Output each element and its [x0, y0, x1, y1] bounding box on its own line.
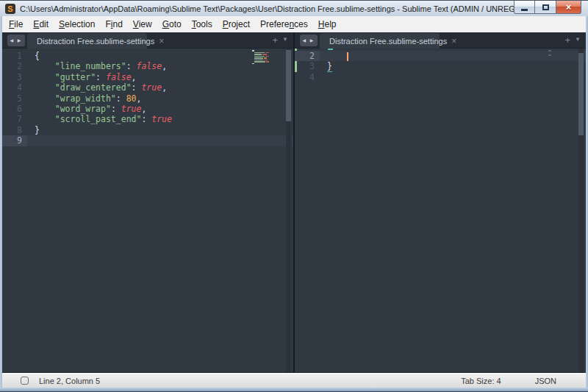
code-line-2: 2 "line_numbers": false,: [2, 61, 293, 71]
code-text[interactable]: "word_wrap": true,: [27, 104, 146, 114]
maximize-icon: [542, 4, 549, 10]
menu-view[interactable]: View: [128, 17, 157, 32]
menu-preferences[interactable]: Preferences: [255, 17, 313, 32]
panel-switcher-icon[interactable]: [21, 377, 29, 385]
tab-prev-icon: ◀: [10, 38, 15, 43]
scrollbar-thumb[interactable]: [578, 53, 584, 135]
maximize-button[interactable]: [535, 1, 556, 14]
code-text[interactable]: "draw_centered": true,: [27, 82, 167, 93]
code-line-1: 1{: [2, 51, 293, 61]
bracket-match-underline: [328, 49, 333, 50]
left-editor[interactable]: 1{2 "line_numbers": false,3 "gutter": fa…: [2, 49, 293, 372]
minimap-row: [252, 56, 269, 57]
code-text[interactable]: "gutter": false,: [27, 72, 137, 82]
minimap-row: [252, 60, 269, 61]
code-line-4: 4 "draw_centered": true,: [2, 82, 293, 93]
minimize-button[interactable]: [514, 1, 535, 14]
new-tab-icon[interactable]: +: [564, 35, 570, 46]
code-line-4: 4: [295, 72, 586, 82]
editor-split-view: ◀ ▶ Distraction Free.sublime-settings × …: [2, 32, 586, 373]
code-text[interactable]: [320, 72, 327, 82]
code-text[interactable]: [320, 51, 348, 61]
scrollbar-thumb[interactable]: [286, 50, 291, 121]
line-number: 8: [2, 125, 27, 135]
window-frame-left: [0, 16, 2, 388]
minimap-row: [252, 57, 269, 59]
title-bar: S C:\Users\Administrator\AppData\Roaming…: [0, 0, 588, 16]
tab-prev-icon: ◀: [303, 38, 308, 43]
line-number: 3: [295, 61, 320, 71]
minimap-row: [252, 50, 269, 51]
code-line-2: 2: [295, 51, 586, 61]
new-tab-icon[interactable]: +: [272, 35, 278, 46]
right-editor[interactable]: 2 3}4: [295, 49, 586, 372]
right-pane: ◀ ▶ Distraction Free.sublime-settings × …: [295, 32, 586, 373]
line-number: 3: [2, 72, 27, 82]
left-tab-bar: ◀ ▶ Distraction Free.sublime-settings × …: [2, 32, 293, 49]
menu-file[interactable]: File: [4, 17, 28, 32]
code-line-9: 9: [2, 135, 293, 146]
code-line-6: 6 "word_wrap": true,: [2, 104, 293, 114]
menu-goto[interactable]: Goto: [157, 17, 187, 32]
minimap-mark: [548, 54, 551, 56]
tab-distraction-free-settings[interactable]: Distraction Free.sublime-settings ×: [320, 33, 440, 49]
window-frame-bottom: [0, 388, 588, 392]
minimize-icon: [521, 9, 528, 11]
minimap[interactable]: [252, 50, 269, 65]
code-text[interactable]: }: [320, 61, 332, 71]
minimap-mark: [548, 50, 551, 51]
tab-close-icon[interactable]: ×: [159, 38, 164, 45]
minimap-row: [252, 54, 269, 55]
tab-label: Distraction Free.sublime-settings: [37, 37, 154, 46]
line-number: 2: [295, 51, 320, 61]
tab-overflow-icon[interactable]: ▼: [575, 36, 581, 43]
minimap-row: [252, 63, 269, 65]
code-text[interactable]: }: [27, 125, 40, 135]
tab-close-icon[interactable]: ×: [451, 38, 456, 45]
window-controls: ×: [514, 1, 581, 14]
tab-next-icon: ▶: [18, 38, 23, 43]
menu-find[interactable]: Find: [100, 17, 127, 32]
tab-label: Distraction Free.sublime-settings: [329, 37, 447, 46]
close-icon: ×: [566, 1, 572, 13]
menu-project[interactable]: Project: [218, 17, 255, 32]
left-pane: ◀ ▶ Distraction Free.sublime-settings × …: [2, 32, 293, 373]
cursor-position-label: Line 2, Column 5: [39, 377, 461, 385]
line-number: 4: [295, 72, 320, 82]
tab-scroll-arrows[interactable]: ◀ ▶: [7, 35, 25, 46]
line-number: 2: [2, 61, 27, 71]
menu-tools[interactable]: Tools: [187, 17, 218, 32]
code-text[interactable]: {: [27, 51, 40, 61]
line-number: 7: [2, 114, 27, 124]
tab-size-indicator[interactable]: Tab Size: 4: [461, 377, 501, 385]
line-number: 1: [2, 51, 27, 61]
code-line-3: 3}: [295, 61, 586, 71]
line-number: 4: [2, 82, 27, 93]
code-line-3: 3 "gutter": false,: [2, 72, 293, 82]
tab-overflow-icon[interactable]: ▼: [282, 36, 288, 43]
code-line-7: 7 "scroll_past_end": true: [2, 114, 293, 124]
tab-next-icon: ▶: [310, 38, 315, 43]
window-title: C:\Users\Administrator\AppData\Roaming\S…: [20, 4, 553, 13]
sublime-logo-icon: S: [5, 4, 15, 14]
tab-scroll-arrows[interactable]: ◀ ▶: [300, 35, 318, 46]
syntax-indicator[interactable]: JSON: [535, 377, 556, 385]
text-cursor: [347, 52, 348, 61]
code-text[interactable]: "line_numbers": false,: [27, 61, 167, 71]
code-line-8: 8}: [2, 125, 293, 135]
status-bar: Line 2, Column 5 Tab Size: 4 JSON: [2, 373, 586, 388]
code-text[interactable]: "wrap_width": 80,: [27, 93, 141, 104]
code-text[interactable]: "scroll_past_end": true: [27, 114, 172, 124]
menu-selection[interactable]: Selection: [54, 17, 100, 32]
menu-bar: FileEditSelectionFindViewGotoToolsProjec…: [2, 16, 586, 32]
code-text[interactable]: [27, 135, 35, 146]
close-button[interactable]: ×: [556, 1, 581, 14]
minimap[interactable]: [548, 50, 551, 59]
menu-edit[interactable]: Edit: [28, 17, 54, 32]
line-number: 6: [2, 104, 27, 114]
tab-distraction-free-settings[interactable]: Distraction Free.sublime-settings ×: [27, 33, 147, 49]
menu-help[interactable]: Help: [313, 17, 342, 32]
sublime-text-window: S C:\Users\Administrator\AppData\Roaming…: [0, 0, 588, 392]
code-line-5: 5 "wrap_width": 80,: [2, 93, 293, 104]
line-number: 9: [2, 135, 27, 146]
